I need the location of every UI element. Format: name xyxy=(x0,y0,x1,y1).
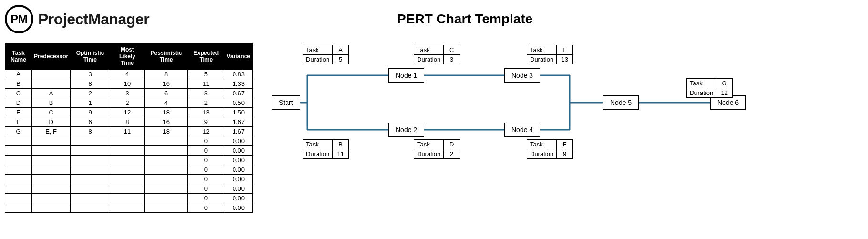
table-cell[interactable]: 0 xyxy=(188,165,225,175)
table-cell[interactable]: A xyxy=(5,70,32,79)
table-cell[interactable] xyxy=(32,194,71,203)
table-cell[interactable]: 1.33 xyxy=(225,79,252,89)
table-cell[interactable] xyxy=(145,146,188,156)
table-cell[interactable]: 0.00 xyxy=(225,184,252,194)
table-cell[interactable] xyxy=(71,165,110,175)
table-cell[interactable]: B xyxy=(5,79,32,89)
table-cell[interactable]: G xyxy=(5,127,32,136)
table-cell[interactable]: 12 xyxy=(110,108,144,117)
table-cell[interactable]: 5 xyxy=(188,70,225,79)
table-cell[interactable]: 4 xyxy=(110,70,144,79)
table-cell[interactable]: 16 xyxy=(145,117,188,127)
table-cell[interactable] xyxy=(145,136,188,146)
table-cell[interactable] xyxy=(110,203,144,213)
table-cell[interactable] xyxy=(71,184,110,194)
table-cell[interactable] xyxy=(145,184,188,194)
table-cell[interactable] xyxy=(5,146,32,156)
table-cell[interactable]: 0 xyxy=(188,146,225,156)
table-cell[interactable] xyxy=(110,165,144,175)
table-cell[interactable]: F xyxy=(5,117,32,127)
table-cell[interactable]: 0 xyxy=(188,184,225,194)
table-cell[interactable] xyxy=(110,175,144,184)
table-cell[interactable]: 8 xyxy=(71,127,110,136)
table-cell[interactable] xyxy=(32,70,71,79)
table-cell[interactable] xyxy=(110,146,144,156)
table-cell[interactable]: D xyxy=(32,117,71,127)
table-cell[interactable] xyxy=(110,194,144,203)
table-cell[interactable]: 1.67 xyxy=(225,117,252,127)
table-cell[interactable]: 11 xyxy=(110,127,144,136)
table-cell[interactable]: 16 xyxy=(145,79,188,89)
table-cell[interactable]: A xyxy=(32,89,71,98)
table-cell[interactable]: 8 xyxy=(110,117,144,127)
table-cell[interactable]: 9 xyxy=(71,108,110,117)
table-cell[interactable] xyxy=(71,203,110,213)
table-cell[interactable]: 4 xyxy=(145,98,188,108)
table-cell[interactable]: 6 xyxy=(145,89,188,98)
table-cell[interactable]: 1 xyxy=(71,98,110,108)
table-cell[interactable]: 2 xyxy=(110,98,144,108)
table-cell[interactable]: E, F xyxy=(32,127,71,136)
table-cell[interactable]: C xyxy=(5,89,32,98)
table-cell[interactable]: D xyxy=(5,98,32,108)
table-cell[interactable]: 3 xyxy=(110,89,144,98)
table-cell[interactable]: 8 xyxy=(71,79,110,89)
table-cell[interactable] xyxy=(71,136,110,146)
table-cell[interactable] xyxy=(5,203,32,213)
table-cell[interactable] xyxy=(5,136,32,146)
table-cell[interactable] xyxy=(71,194,110,203)
table-cell[interactable] xyxy=(145,175,188,184)
table-cell[interactable] xyxy=(145,156,188,165)
table-cell[interactable]: 2 xyxy=(71,89,110,98)
table-cell[interactable] xyxy=(71,175,110,184)
table-cell[interactable] xyxy=(32,136,71,146)
table-cell[interactable]: 2 xyxy=(188,98,225,108)
table-cell[interactable]: 8 xyxy=(145,70,188,79)
table-cell[interactable]: 0.00 xyxy=(225,136,252,146)
table-cell[interactable]: 18 xyxy=(145,127,188,136)
table-cell[interactable] xyxy=(32,165,71,175)
table-cell[interactable]: 13 xyxy=(188,108,225,117)
table-cell[interactable]: B xyxy=(32,98,71,108)
table-cell[interactable]: 6 xyxy=(71,117,110,127)
table-cell[interactable]: 1.67 xyxy=(225,127,252,136)
table-cell[interactable] xyxy=(145,194,188,203)
table-cell[interactable]: 3 xyxy=(188,89,225,98)
table-cell[interactable]: 0.00 xyxy=(225,146,252,156)
table-cell[interactable] xyxy=(110,184,144,194)
table-cell[interactable]: 0.00 xyxy=(225,194,252,203)
table-cell[interactable] xyxy=(5,194,32,203)
table-cell[interactable] xyxy=(32,156,71,165)
table-cell[interactable]: 10 xyxy=(110,79,144,89)
table-cell[interactable] xyxy=(5,184,32,194)
table-cell[interactable]: 0.00 xyxy=(225,203,252,213)
table-cell[interactable] xyxy=(5,165,32,175)
table-cell[interactable]: 0 xyxy=(188,175,225,184)
table-cell[interactable] xyxy=(110,156,144,165)
table-cell[interactable]: E xyxy=(5,108,32,117)
table-cell[interactable]: 0.00 xyxy=(225,165,252,175)
table-cell[interactable]: 0 xyxy=(188,194,225,203)
table-cell[interactable] xyxy=(110,136,144,146)
table-cell[interactable]: 0.00 xyxy=(225,156,252,165)
table-cell[interactable] xyxy=(71,146,110,156)
table-cell[interactable]: 18 xyxy=(145,108,188,117)
table-cell[interactable]: 0.50 xyxy=(225,98,252,108)
table-cell[interactable]: 0.67 xyxy=(225,89,252,98)
table-cell[interactable]: 11 xyxy=(188,79,225,89)
table-cell[interactable]: 0 xyxy=(188,136,225,146)
table-cell[interactable]: 12 xyxy=(188,127,225,136)
table-cell[interactable] xyxy=(5,175,32,184)
table-cell[interactable] xyxy=(32,203,71,213)
table-cell[interactable]: 9 xyxy=(188,117,225,127)
table-cell[interactable] xyxy=(71,156,110,165)
table-cell[interactable]: C xyxy=(32,108,71,117)
table-cell[interactable]: 0 xyxy=(188,203,225,213)
table-cell[interactable]: 0.00 xyxy=(225,175,252,184)
table-cell[interactable]: 3 xyxy=(71,70,110,79)
table-cell[interactable] xyxy=(32,146,71,156)
table-cell[interactable] xyxy=(32,175,71,184)
table-cell[interactable] xyxy=(32,79,71,89)
table-cell[interactable]: 0.83 xyxy=(225,70,252,79)
table-cell[interactable]: 1.50 xyxy=(225,108,252,117)
